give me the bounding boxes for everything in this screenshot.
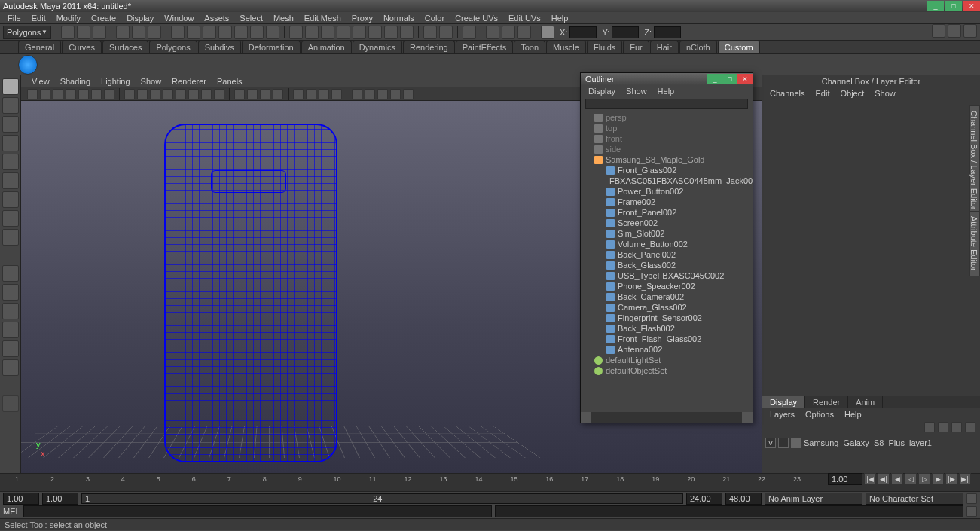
attribute-editor-tab[interactable]: Attribute Editor [969,211,980,276]
view-icon-21[interactable] [319,89,329,99]
outliner-menu-display[interactable]: Display [584,86,620,96]
scroll-left-icon[interactable] [581,412,591,423]
layer-menu-options[interactable]: Options [801,409,838,420]
channel-menu-channels[interactable]: Channels [765,88,809,99]
outliner-item[interactable]: Back_Camera002 [581,291,753,302]
outliner-item[interactable]: Phone_Speacker002 [581,281,753,291]
shelf-tab-curves[interactable]: Curves [62,41,102,53]
shelf-tab-animation[interactable]: Animation [301,41,352,53]
outliner-item[interactable]: top [581,123,753,133]
menu-window[interactable]: Window [160,13,198,23]
current-time-input[interactable]: 1.00 [828,473,862,485]
menu-color[interactable]: Color [420,13,449,23]
step-forward-button[interactable]: ▶ [932,473,944,485]
view-icon-5[interactable] [91,89,102,99]
menu-create-uvs[interactable]: Create UVs [450,13,502,23]
view-icon-9[interactable] [150,89,160,99]
select-component-icon[interactable] [148,26,161,39]
coord-y-input[interactable] [612,26,639,38]
view-icon-14[interactable] [214,89,224,99]
menu-select[interactable]: Select [235,13,267,23]
anim-start-input[interactable]: 1.00 [3,493,39,505]
outliner-item[interactable]: Front_Panel002 [581,207,753,218]
channel-menu-show[interactable]: Show [870,88,900,99]
menu-assets[interactable]: Assets [200,13,234,23]
window-close[interactable]: ✕ [963,1,980,11]
outliner-window[interactable]: Outliner _ □ ✕ DisplayShowHelp persptopf… [580,72,753,423]
ipr-icon[interactable] [321,26,334,39]
view-icon-0[interactable] [27,89,38,99]
layer-tab-anim[interactable]: Anim [848,396,883,408]
view-icon-24[interactable] [365,89,375,99]
coord-z-input[interactable] [654,26,681,38]
layer-menu-help[interactable]: Help [840,409,866,420]
layer-tab-render[interactable]: Render [805,396,848,408]
view-icon-27[interactable] [403,89,414,99]
construction-icon[interactable] [463,26,476,39]
ui-c-icon[interactable] [963,24,977,38]
menu-file[interactable]: File [3,13,26,23]
render-b-icon[interactable] [368,26,382,39]
shelf-tab-ncloth[interactable]: nCloth [679,41,717,53]
autokey-icon[interactable] [966,493,977,504]
menu-mesh[interactable]: Mesh [269,13,298,23]
shelf-tab-subdivs[interactable]: Subdivs [198,41,241,53]
shelf-tab-rendering[interactable]: Rendering [403,41,455,53]
outliner-titlebar[interactable]: Outliner _ □ ✕ [581,73,753,85]
rotate-tool[interactable] [2,154,19,170]
layout-four[interactable] [2,284,19,301]
view-icon-17[interactable] [260,89,270,99]
select-tool[interactable] [2,78,19,95]
channel-menu-edit[interactable]: Edit [811,88,834,99]
outliner-item[interactable]: persp [581,112,753,123]
outliner-item[interactable]: Antenna002 [581,344,753,355]
layout-single[interactable] [2,265,19,282]
open-scene-icon[interactable] [77,26,90,39]
outliner-menu-help[interactable]: Help [653,86,679,96]
misc-b-icon[interactable] [502,26,515,39]
viewmenu-view[interactable]: View [27,76,54,87]
snap-point-icon[interactable] [203,26,216,39]
menu-edit[interactable]: Edit [27,13,50,23]
shelf-tab-hair[interactable]: Hair [650,41,679,53]
snap-curve-icon[interactable] [187,26,200,39]
view-icon-20[interactable] [306,89,316,99]
render-c-icon[interactable] [384,26,398,39]
layout-persp-outliner[interactable] [2,303,19,319]
scale-tool[interactable] [2,172,19,189]
outliner-item[interactable]: Front_Glass002 [581,165,753,175]
shelf-tab-muscle[interactable]: Muscle [546,41,586,53]
outliner-item[interactable]: Back_Glass002 [581,260,753,270]
view-icon-16[interactable] [247,89,258,99]
outliner-item[interactable]: Volume_Button002 [581,239,753,249]
menu-set-dropdown[interactable]: Polygons ▼ [3,26,51,39]
outliner-close[interactable]: ✕ [737,74,753,84]
range-slider[interactable]: 1 24 [81,493,683,504]
layer-down-icon[interactable] [951,422,962,432]
shelf-tab-toon[interactable]: Toon [514,41,545,53]
menu-modify[interactable]: Modify [52,13,85,23]
outliner-minimize[interactable]: _ [707,74,722,84]
snap-plane-icon[interactable] [218,26,232,39]
outliner-item[interactable]: Camera_Glass002 [581,302,753,313]
history-icon[interactable] [289,26,303,39]
layout-b-icon[interactable] [439,26,453,39]
view-icon-1[interactable] [40,89,50,99]
step-back-key-button[interactable]: ◀| [878,473,890,485]
transform-icon[interactable] [541,26,554,39]
outliner-menu-show[interactable]: Show [621,86,652,96]
outliner-item[interactable]: defaultLightSet [581,355,753,365]
shelf-custom-icon[interactable] [18,55,38,75]
outliner-item[interactable]: Screen002 [581,218,753,228]
view-icon-15[interactable] [234,89,245,99]
render-settings-icon[interactable] [337,26,350,39]
snap-grid-icon[interactable] [171,26,185,39]
viewmenu-lighting[interactable]: Lighting [96,76,135,87]
view-icon-3[interactable] [66,89,76,99]
misc-a-icon[interactable] [486,26,499,39]
window-maximize[interactable]: □ [945,1,962,11]
layer-new-icon[interactable] [924,422,935,432]
step-back-button[interactable]: ◀ [891,473,903,485]
render-d-icon[interactable] [400,26,414,39]
outliner-item[interactable]: FBXASC051FBXASC0445mm_Jack002 [581,175,753,186]
